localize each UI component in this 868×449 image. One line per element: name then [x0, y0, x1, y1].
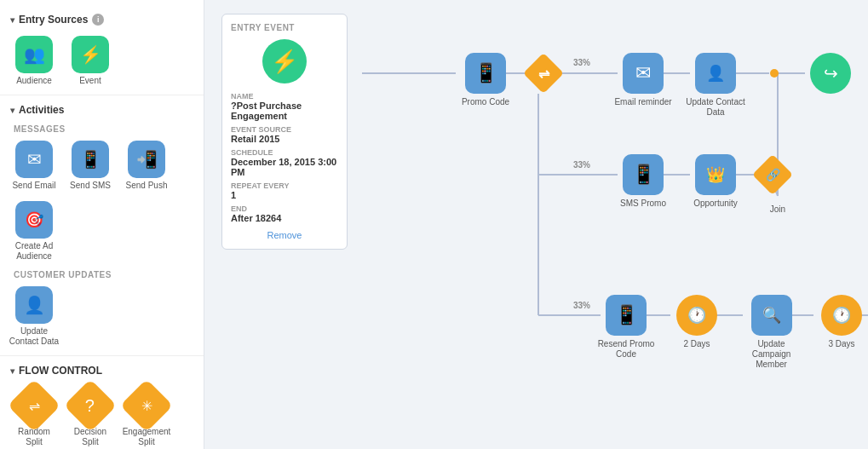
entry-sources-header[interactable]: ▾ Entry Sources i	[0, 9, 204, 31]
sidebar-item-event[interactable]: ⚡ Event	[65, 36, 116, 86]
ep-repeat-label: REPEAT EVERY	[231, 181, 338, 190]
opportunity-icon: 👑	[695, 154, 736, 195]
create-ad-label: Create Ad Audience	[9, 241, 60, 262]
3days-icon: 🕐	[821, 295, 862, 336]
remove-button[interactable]: Remove	[231, 230, 338, 240]
ep-end-value: After 18264	[231, 213, 338, 223]
customer-updates-subheader: CUSTOMER UPDATES	[0, 267, 204, 281]
update-contact-1-icon: 👤	[695, 53, 736, 94]
percent-3: 33%	[573, 301, 590, 310]
create-ad-icon: 🎯	[15, 201, 53, 239]
messages-items2: 🎯 Create Ad Audience	[0, 196, 204, 267]
sidebar-item-update-contact[interactable]: 👤 Update Contact Data	[9, 286, 60, 347]
node-3days[interactable]: 🕐 3 Days	[812, 295, 868, 349]
decision-split-label: Decision Split	[65, 427, 116, 447]
promo-code-label: Promo Code	[462, 97, 509, 107]
info-icon: i	[92, 14, 104, 26]
ep-schedule-value: December 18, 2015 3:00 PM	[231, 157, 338, 177]
random-split-icon: ⇌	[8, 379, 60, 432]
2days-icon: 🕐	[676, 295, 717, 336]
flow-control-chevron: ▾	[10, 366, 14, 376]
decision-split-icon: ?	[64, 379, 117, 432]
flow-area: 📱 Promo Code ⇌ 33% 33% 33% ✉ Email remin…	[362, 0, 868, 449]
ep-source-value: Retail 2015	[231, 134, 338, 144]
node-opportunity[interactable]: 👑 Opportunity	[686, 154, 745, 209]
ep-name-value: ?Post Purchase Engagement	[231, 101, 338, 121]
percent-1: 33%	[573, 58, 590, 67]
sidebar-item-send-push[interactable]: 📲 Send Push	[121, 141, 172, 191]
engagement-split-icon: ✳	[120, 379, 173, 432]
update-campaign-label: Update Campaign Member	[739, 339, 803, 370]
node-resend-promo[interactable]: 📱 Resend Promo Code	[596, 295, 656, 360]
flow-control-items: ⇌ Random Split ? Decision Split ✳ Engage…	[0, 382, 204, 449]
entry-event-icon[interactable]: ⚡	[262, 39, 307, 83]
ep-schedule-field: SCHEDULE December 18, 2015 3:00 PM	[231, 148, 338, 177]
node-exit[interactable]: ↪	[801, 53, 860, 94]
email-reminder-1-icon: ✉	[623, 53, 664, 94]
ep-end-field: END After 18264	[231, 204, 338, 223]
event-label: Event	[79, 76, 101, 86]
opportunity-label: Opportunity	[693, 199, 738, 209]
messages-items: ✉ Send Email 📱 Send SMS 📲 Send Push	[0, 135, 204, 196]
sidebar-item-audience[interactable]: 👥 Audience	[9, 36, 60, 86]
activities-header[interactable]: ▾ Activities	[0, 99, 204, 121]
flow-canvas: ENTRY EVENT ⚡ NAME ?Post Purchase Engage…	[204, 0, 868, 449]
node-sms-promo[interactable]: 📱 SMS Promo	[613, 154, 673, 209]
node-update-contact-1[interactable]: 👤 Update Contact Data	[686, 53, 745, 118]
sidebar-item-decision-split[interactable]: ? Decision Split	[65, 387, 116, 447]
node-update-campaign[interactable]: 🔍 Update Campaign Member	[739, 295, 803, 370]
ep-repeat-value: 1	[231, 190, 338, 200]
entry-event-panel: ENTRY EVENT ⚡ NAME ?Post Purchase Engage…	[221, 14, 348, 250]
sms-promo-icon: 📱	[623, 154, 664, 195]
exit-icon: ↪	[810, 53, 851, 94]
entry-event-title: ENTRY EVENT	[231, 23, 338, 32]
entry-sources-label: Entry Sources	[19, 14, 88, 26]
entry-sources-items: 👥 Audience ⚡ Event	[0, 31, 204, 91]
flow-control-label: FLOW CONTROL	[19, 365, 102, 377]
activities-chevron: ▾	[10, 106, 14, 115]
event-icon: ⚡	[72, 36, 109, 73]
resend-promo-icon: 📱	[606, 295, 647, 336]
audience-icon: 👥	[15, 36, 53, 73]
activities-label: Activities	[19, 104, 64, 116]
ep-repeat-field: REPEAT EVERY 1	[231, 181, 338, 200]
3days-label: 3 Days	[828, 339, 854, 349]
connector-dot-1	[770, 69, 779, 78]
update-contact-1-label: Update Contact Data	[686, 97, 745, 118]
resend-promo-label: Resend Promo Code	[596, 339, 656, 360]
flow-control-header[interactable]: ▾ FLOW CONTROL	[0, 360, 204, 382]
random-split-label: Random Split	[9, 427, 60, 447]
update-campaign-icon: 🔍	[751, 295, 792, 336]
ep-name-label: NAME	[231, 92, 338, 101]
node-2days[interactable]: 🕐 2 Days	[667, 295, 727, 349]
send-push-icon: 📲	[128, 141, 165, 178]
node-email-reminder-1[interactable]: ✉ Email reminder	[613, 53, 673, 107]
send-email-icon: ✉	[15, 141, 53, 178]
sidebar-item-send-sms[interactable]: 📱 Send SMS	[65, 141, 116, 191]
ep-name-field: NAME ?Post Purchase Engagement	[231, 92, 338, 121]
audience-label: Audience	[16, 76, 52, 86]
entry-sources-chevron: ▾	[10, 15, 14, 25]
node-join[interactable]: 🔗 Join	[752, 154, 803, 214]
ep-end-label: END	[231, 204, 338, 213]
send-email-label: Send Email	[12, 181, 55, 191]
promo-code-icon: 📱	[465, 53, 506, 94]
messages-subheader: MESSAGES	[0, 121, 204, 135]
sidebar: ▾ Entry Sources i 👥 Audience ⚡ Event ▾ A…	[0, 0, 204, 449]
sidebar-item-random-split[interactable]: ⇌ Random Split	[9, 387, 60, 447]
2days-label: 2 Days	[683, 339, 710, 349]
node-split[interactable]: ⇌	[523, 53, 564, 94]
send-sms-label: Send SMS	[70, 181, 111, 191]
sms-promo-label: SMS Promo	[620, 199, 666, 209]
sidebar-item-engagement-split[interactable]: ✳ Engagement Split	[121, 387, 172, 447]
update-contact-icon: 👤	[15, 286, 53, 324]
ep-source-field: EVENT SOURCE Retail 2015	[231, 125, 338, 144]
customer-updates-items: 👤 Update Contact Data	[0, 281, 204, 352]
node-promo-code[interactable]: 📱 Promo Code	[456, 53, 515, 107]
sidebar-item-send-email[interactable]: ✉ Send Email	[9, 141, 60, 191]
ep-schedule-label: SCHEDULE	[231, 148, 338, 157]
engagement-split-label: Engagement Split	[121, 427, 172, 447]
send-sms-icon: 📱	[72, 141, 109, 178]
update-contact-label: Update Contact Data	[9, 326, 60, 347]
sidebar-item-create-ad[interactable]: 🎯 Create Ad Audience	[9, 201, 60, 262]
